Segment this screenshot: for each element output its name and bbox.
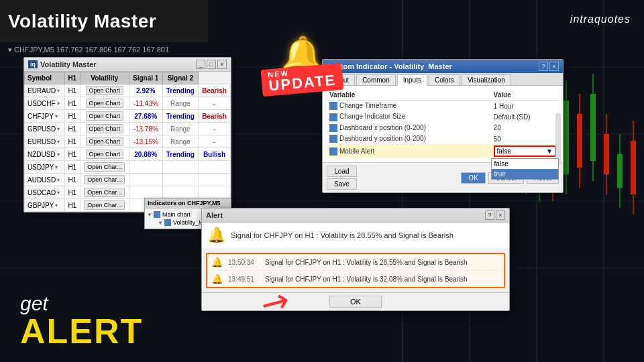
table-row: EURAUD ▾ H1 Open Chart 2.92% Trending Be… <box>25 84 231 97</box>
chart-icon <box>154 211 160 218</box>
mobile-alert-dropdown[interactable]: false ▼ false true <box>491 144 559 158</box>
dropdown-current-value[interactable]: false ▼ <box>494 145 556 157</box>
indicator-help-button[interactable]: ? <box>539 62 548 71</box>
get-text: get <box>20 294 143 314</box>
indicator-window: Custom Indicator - Volatility_Master ? ×… <box>322 59 564 193</box>
symbol-dropdown-arrow[interactable]: ▾ <box>57 101 60 107</box>
cell-chart-btn[interactable]: Open Char... <box>80 161 129 174</box>
th-value: Value <box>491 90 559 101</box>
open-chart-button[interactable]: Open Chart <box>86 137 124 146</box>
open-chart-button[interactable]: Open Chart <box>86 86 124 95</box>
cell-volatility: -11.43% <box>129 97 162 110</box>
cell-signal1: Trending <box>162 110 199 123</box>
open-chart-button[interactable]: Open Chart <box>86 99 124 108</box>
open-chart-button[interactable]: Open Chart <box>86 149 124 159</box>
symbol-dropdown-arrow[interactable]: ▾ <box>55 113 58 119</box>
symbol-dropdown-arrow[interactable]: ▾ <box>55 164 58 170</box>
ok-button[interactable]: OK <box>461 172 485 184</box>
cell-signal2: - <box>199 135 231 148</box>
cell-chart-btn[interactable]: Open Chart <box>80 148 129 161</box>
indicator-close-button[interactable]: × <box>549 62 559 71</box>
open-chart-button[interactable]: Open Chart <box>86 124 124 133</box>
cell-signal1 <box>162 186 199 199</box>
cell-signal1: Range <box>162 135 199 148</box>
cell-symbol: EURAUD ▾ <box>25 84 65 97</box>
cell-chart-btn[interactable]: Open Char... <box>80 199 129 212</box>
th-variable: Variable <box>327 90 491 101</box>
cell-volatility <box>129 186 162 199</box>
cell-timeframe: H1 <box>64 135 80 148</box>
symbol-dropdown-arrow[interactable]: ▾ <box>57 126 60 132</box>
row-icon <box>329 113 337 121</box>
cell-volatility <box>129 161 162 174</box>
cell-signal1: Trending <box>162 148 199 161</box>
open-chart-button[interactable]: Open Chart <box>86 111 124 121</box>
symbol-dropdown-arrow[interactable]: ▾ <box>55 202 58 208</box>
ind-row-xpos: Dashboard x position (0-200) 20 <box>327 123 559 133</box>
tab-colors[interactable]: Colors <box>429 74 460 85</box>
app-title: Volatility Master <box>8 11 156 32</box>
close-button[interactable]: × <box>217 60 227 69</box>
cell-chart-btn[interactable]: Open Chart <box>80 123 129 135</box>
get-alert-section: get ALERT <box>20 294 143 349</box>
alert-row-1: 🔔 13:50:34 Signal for CHFJPY on H1 : Vol… <box>207 254 504 271</box>
cell-chart-btn[interactable]: Open Char... <box>80 186 129 199</box>
minimize-button[interactable]: _ <box>196 60 205 69</box>
cell-symbol: EURUSD ▾ <box>25 135 65 148</box>
dashboard-titlebar: iq Volatility Master _ □ × <box>24 58 231 72</box>
cell-symbol: AUDUSD ▾ <box>25 174 65 186</box>
cell-volatility: -13.15% <box>129 135 162 148</box>
alert-big-text: ALERT <box>20 314 143 349</box>
alert-help-button[interactable]: ? <box>485 210 494 220</box>
cell-timeframe: H1 <box>64 161 80 174</box>
tab-visualization[interactable]: Visualization <box>462 74 511 85</box>
table-row: EURUSD ▾ H1 Open Chart -13.15% Range - <box>25 135 231 148</box>
table-row: USDJPY ▾ H1 Open Char... <box>25 161 231 174</box>
open-chart-button[interactable]: Open Char... <box>84 188 125 197</box>
tab-common[interactable]: Common <box>356 74 396 85</box>
save-button[interactable]: Save <box>327 178 357 190</box>
load-button[interactable]: Load <box>327 166 357 177</box>
update-ribbon: NEW UPDATE <box>260 63 343 97</box>
alert-window: Alert ? × 🔔 Signal for CHFJPY on H1 : Vo… <box>201 208 510 311</box>
option-false[interactable]: false <box>492 159 558 169</box>
open-chart-button[interactable]: Open Char... <box>84 162 125 172</box>
cell-volatility: 27.68% <box>129 110 162 123</box>
cell-chart-btn[interactable]: Open Chart <box>80 110 129 123</box>
cell-signal2: Bearish <box>199 84 231 97</box>
open-chart-button[interactable]: Open Char... <box>84 200 125 210</box>
symbol-dropdown-arrow[interactable]: ▾ <box>57 152 60 158</box>
cell-chart-btn[interactable]: Open Chart <box>80 84 129 97</box>
cell-signal1: Range <box>162 123 199 135</box>
cell-signal1: Trending <box>162 84 199 97</box>
option-true[interactable]: true <box>492 169 558 179</box>
alert-close-button[interactable]: × <box>496 210 505 220</box>
symbol-dropdown-arrow[interactable]: ▾ <box>57 139 60 145</box>
alert-time-2: 13:49:51 <box>228 276 265 283</box>
update-label: UPDATE <box>268 73 337 94</box>
symbol-dropdown-arrow[interactable]: ▾ <box>57 177 60 183</box>
cell-timeframe: H1 <box>64 186 80 199</box>
table-row: USDCHF ▾ H1 Open Chart -11.43% Range - <box>25 97 231 110</box>
cell-timeframe: H1 <box>64 174 80 186</box>
alert-ok-button[interactable]: OK <box>329 296 382 308</box>
dashboard-table: Symbol H1 Volatility Signal 1 Signal 2 E… <box>24 72 231 212</box>
cell-timeframe: H1 <box>64 199 80 212</box>
row-icon <box>329 102 337 110</box>
symbol-dropdown-arrow[interactable]: ▾ <box>57 190 60 196</box>
open-chart-button[interactable]: Open Char... <box>84 175 125 184</box>
cell-chart-btn[interactable]: Open Chart <box>80 135 129 148</box>
cell-timeframe: H1 <box>64 84 80 97</box>
cell-signal2 <box>199 174 231 186</box>
cell-chart-btn[interactable]: Open Char... <box>80 174 129 186</box>
alert-header-message: Signal for CHFJPY on H1 : Volatility is … <box>231 231 453 239</box>
symbol-dropdown-arrow[interactable]: ▾ <box>57 88 60 94</box>
alert-text-2: Signal for CHFJPY on H1 : Volatility is … <box>265 276 468 283</box>
alert-footer: OK <box>202 292 509 310</box>
tab-inputs[interactable]: Inputs <box>397 74 427 86</box>
col-signal2: Signal 2 <box>162 72 199 84</box>
cell-timeframe: H1 <box>64 148 80 161</box>
alert-title: Alert <box>206 211 223 219</box>
maximize-button[interactable]: □ <box>207 60 216 69</box>
cell-chart-btn[interactable]: Open Chart <box>80 97 129 110</box>
